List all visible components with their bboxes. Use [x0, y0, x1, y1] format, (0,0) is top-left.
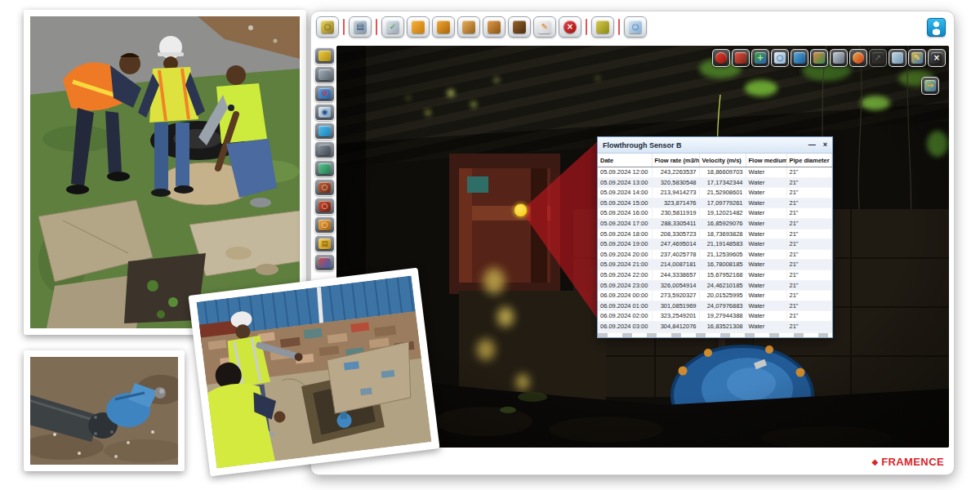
sensor-row: 05.09.2024 22:00244,333865715,67952168Wa…: [598, 270, 832, 280]
sensor-cell: 214,0087181: [652, 260, 699, 270]
toolbar-separator: [376, 19, 377, 35]
panorama-sphere-icon: [412, 20, 425, 33]
eye-icon: ◉: [318, 107, 331, 118]
sensor-cell: 05.09.2024 22:00: [598, 270, 652, 280]
sensor-row: 06.09.2024 00:00273,592032720,01525995Wa…: [598, 291, 832, 301]
image-gallery-button[interactable]: [457, 16, 480, 38]
minimize-button[interactable]: —: [808, 141, 816, 149]
network-button[interactable]: [732, 49, 750, 67]
sensor-cell: 05.09.2024 16:00: [598, 208, 652, 219]
sensor-cell: Water: [746, 249, 786, 260]
external-button: ↗: [869, 49, 887, 67]
printer-icon: ▤: [354, 20, 367, 33]
poi-marker-button[interactable]: [849, 49, 867, 67]
visibility-button[interactable]: ◉: [314, 104, 335, 121]
flat-image-button[interactable]: [889, 49, 906, 67]
nodes-link-icon: [794, 52, 805, 64]
sensor-cell: Water: [746, 270, 786, 280]
key-magnifier-icon: ○: [321, 20, 334, 33]
sensor-cell: 19,27944388: [699, 311, 746, 322]
zoom-view-button[interactable]: ○: [771, 49, 789, 67]
camera-button[interactable]: [591, 16, 614, 38]
select-button[interactable]: [314, 66, 335, 83]
hotspot-settings-button[interactable]: [314, 141, 335, 158]
graph-search-button[interactable]: ○: [314, 179, 335, 196]
binoculars-icon: [513, 20, 526, 33]
sensor-cell: 288,3305411: [652, 218, 699, 229]
live-image-button[interactable]: [314, 160, 335, 177]
sensor-cell: 21": [786, 311, 832, 322]
sensor-cell: 21": [786, 249, 832, 260]
wrench-icon: [833, 52, 844, 64]
sensor-cell: 243,2263537: [652, 167, 699, 178]
binoculars-button[interactable]: [508, 16, 531, 38]
sensor-cell: 06.09.2024 03:00: [598, 321, 652, 332]
toolbar-separator: [618, 19, 620, 35]
photo-site-pit: [188, 268, 439, 477]
close-viewer-button[interactable]: ×: [928, 49, 946, 67]
objects-search-button[interactable]: ○: [314, 216, 335, 234]
link-nodes-button[interactable]: [791, 49, 808, 67]
sensor-cell: 244,3338657: [652, 270, 699, 280]
axes-button[interactable]: +: [751, 49, 769, 67]
photo-valve-closeup: [24, 350, 185, 471]
column-header: Date: [598, 154, 652, 167]
delete-button[interactable]: ×: [559, 16, 581, 38]
sensor-cell: 323,871476: [652, 198, 699, 208]
photo-field-inspection-image: [30, 16, 300, 328]
brand-bar: ◆ FRAMENCE: [871, 456, 944, 468]
poi-orange-icon: [853, 52, 864, 64]
close-button[interactable]: ×: [823, 141, 827, 149]
hide-annotations-button[interactable]: ⊘: [314, 85, 335, 102]
sensor-cell: 06.09.2024 00:00: [598, 291, 652, 301]
poi-pin-button[interactable]: [712, 49, 730, 67]
print-button[interactable]: ▤: [349, 16, 372, 38]
zoom-button[interactable]: ○: [624, 16, 647, 38]
draw-button[interactable]: ✎: [908, 49, 926, 67]
search-tool-button[interactable]: ○: [316, 16, 339, 38]
compare-documents-button[interactable]: [314, 254, 335, 271]
sensor-cell: 16,85929076: [699, 218, 746, 229]
sensor-cell: Water: [746, 229, 786, 239]
sensor-cell: 06.09.2024 02:00: [598, 311, 652, 322]
panorama-3d-button[interactable]: [432, 16, 455, 38]
measure-button[interactable]: [314, 47, 335, 65]
tasks-button[interactable]: ✓: [381, 16, 404, 38]
image-nav-button[interactable]: →: [921, 77, 939, 95]
sensor-cell: 18,73693828: [699, 229, 746, 239]
sensor-cell: 21": [786, 291, 832, 301]
sensor-row: 05.09.2024 18:00208,330572318,73693828Wa…: [598, 229, 832, 239]
sensor-cell: 21": [786, 177, 832, 188]
documents-button[interactable]: ▤: [314, 235, 335, 252]
sensor-cell: 323,2549201: [652, 311, 699, 322]
user-button[interactable]: [927, 18, 946, 37]
charts-3d-button[interactable]: [810, 49, 828, 67]
sensor-window-titlebar[interactable]: Flowthrough Sensor B — ×: [598, 137, 832, 154]
sensor-cell: Water: [746, 177, 786, 188]
nodes-network-icon: [735, 52, 746, 64]
edit-button[interactable]: ✎: [533, 16, 556, 38]
person-icon: [933, 20, 940, 35]
axes-3d-icon: +: [755, 52, 766, 64]
photo-site-pit-image: [196, 276, 431, 469]
column-header: Pipe diameter: [786, 154, 832, 167]
sensor-cell: 320,5830548: [652, 177, 699, 188]
graph-search-red-button[interactable]: ○: [314, 198, 335, 215]
sensor-row: 05.09.2024 13:00320,583054817,17342344Wa…: [598, 177, 832, 188]
sensor-cell: Water: [746, 311, 786, 322]
sensor-cell: Water: [746, 188, 786, 198]
map-button[interactable]: [314, 122, 335, 140]
panorama-add-button[interactable]: [407, 16, 430, 38]
delete-x-icon: ×: [564, 20, 577, 33]
image-move-button[interactable]: [483, 16, 506, 38]
sensor-hotspot[interactable]: [514, 203, 528, 217]
sensor-cell: Water: [746, 260, 786, 270]
tools-button[interactable]: [830, 49, 848, 67]
sensor-row: 05.09.2024 14:00213,941427321,52908601Wa…: [598, 188, 832, 198]
toolbar-separator: [586, 19, 587, 35]
sensor-row: 05.09.2024 15:00323,87147617,09779261Wat…: [598, 198, 832, 208]
close-x-icon: ×: [931, 52, 942, 64]
sensor-row: 06.09.2024 02:00323,254920119,27944388Wa…: [598, 311, 832, 322]
image-signal-icon: [318, 163, 331, 174]
magnifier-icon: ○: [774, 52, 786, 64]
